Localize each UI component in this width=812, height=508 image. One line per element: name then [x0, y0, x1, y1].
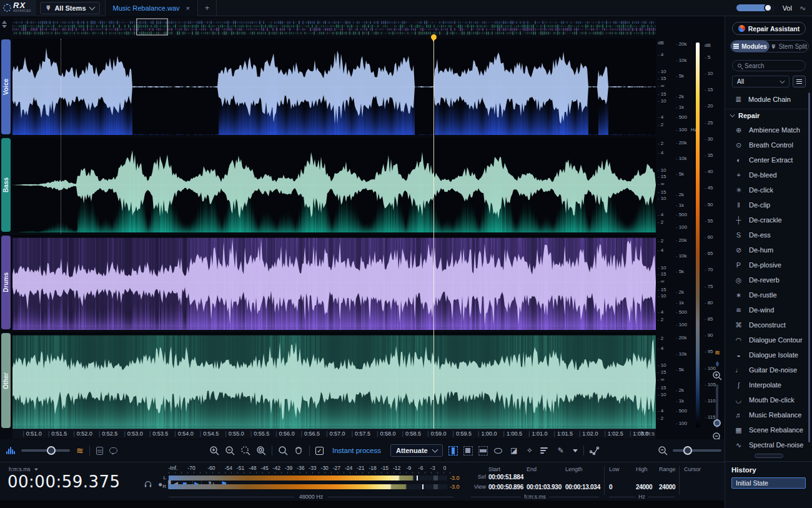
volume-slider[interactable] [736, 4, 775, 11]
zoom-selection-icon[interactable] [240, 446, 250, 456]
stem-tab-label: Drums [2, 272, 9, 292]
instant-process-checkbox[interactable]: ✓ [315, 447, 324, 455]
level-meters[interactable]: -Inf.-70-60-54-51-48-45-42-39-36-33-30-2… [161, 465, 471, 499]
module-chain-item[interactable]: ≣ Module Chain [725, 92, 808, 106]
tool-options-arrow-icon[interactable] [573, 449, 578, 452]
meter-scale-label: -6 [418, 465, 423, 471]
process-mode-dropdown[interactable]: Attenuate [390, 444, 443, 457]
horizontal-zoom-knob[interactable] [683, 446, 692, 455]
waveform-spectrogram-blend-icon[interactable] [6, 447, 15, 454]
stem-tab-bass[interactable]: Bass [1, 138, 11, 232]
meter-right-peak-tick [422, 484, 423, 489]
module-item-music-rebalance[interactable]: ♬Music Rebalance [725, 407, 808, 422]
horizontal-zoom-out-icon[interactable] [658, 446, 668, 456]
module-item-de-click[interactable]: ✳De-click [725, 182, 808, 197]
stem-spectrogram-drums[interactable] [12, 235, 656, 330]
stem-lane-bass[interactable]: Bass [12, 137, 656, 232]
module-list-scrollbar[interactable] [808, 92, 810, 442]
volume-slider-knob[interactable] [764, 4, 772, 12]
stem-lane-voice[interactable]: Voice [12, 39, 656, 135]
module-item-de-reverb[interactable]: ◎De-reverb [725, 272, 808, 287]
module-search[interactable] [732, 60, 806, 71]
zoom-in-icon[interactable] [209, 446, 219, 456]
meter-left-label: L [161, 475, 166, 481]
overview-waveform[interactable] [12, 18, 656, 36]
vertical-zoom-knob[interactable] [713, 419, 721, 427]
new-tab-button[interactable]: + [198, 0, 217, 16]
module-item-scene-rebalance[interactable]: ▦Scene Rebalance [725, 422, 808, 437]
module-item-dialogue-contour[interactable]: ◠Dialogue Contour [725, 332, 808, 347]
stem-tab-other[interactable]: Other [1, 333, 11, 428]
module-item-deconstruct[interactable]: ⌘Deconstruct [725, 317, 808, 332]
pencil-tool[interactable]: ✎ [556, 446, 566, 456]
tab-stem-split[interactable]: ⋔ Stem Split [770, 41, 808, 52]
category-filter-dropdown[interactable]: All [732, 76, 790, 87]
tab-modules[interactable]: Modules [731, 41, 770, 52]
connect-points-icon[interactable] [590, 446, 600, 456]
time-selection-tool[interactable] [448, 446, 458, 456]
module-item-de-ess[interactable]: SDe-ess [725, 227, 808, 242]
stem-tab-voice[interactable]: Voice [1, 39, 11, 134]
instant-process-label[interactable]: Instant process [332, 447, 381, 454]
module-item-ambience-match[interactable]: ⊕Ambience Match [725, 122, 808, 137]
stem-lane-drums[interactable]: Drums [12, 235, 656, 330]
module-item-de-wind[interactable]: ≋De-wind [725, 302, 808, 317]
time-frequency-selection-tool[interactable] [463, 446, 473, 456]
fade-tool[interactable] [540, 446, 550, 456]
overview-expand-handle[interactable] [2, 21, 7, 28]
repair-section-header[interactable]: Repair [725, 109, 808, 121]
horizontal-zoom-slider[interactable] [673, 449, 721, 452]
module-item-interpolate[interactable]: ∫Interpolate [725, 377, 808, 392]
panel-resize-handle[interactable] [755, 454, 783, 458]
legend-db-tick: -60 [705, 234, 713, 239]
module-item-spectral-de-noise[interactable]: ∿Spectral De-noise [725, 437, 808, 452]
vertical-zoom-slider[interactable] [716, 384, 718, 428]
blend-slider-knob[interactable] [47, 446, 56, 455]
amplitude-db-label: -15 [658, 384, 666, 390]
spectrogram-settings-icon[interactable]: ≋ [76, 446, 83, 456]
zoom-all-icon[interactable] [256, 446, 266, 456]
waveform-view-icon[interactable]: ı|ı [716, 361, 718, 367]
blend-slider[interactable] [21, 449, 70, 452]
module-item-de-rustle[interactable]: ∗De-rustle [725, 287, 808, 302]
clipboard-icon[interactable] [96, 447, 103, 455]
spectrogram-view-icon[interactable]: ≋ [715, 349, 720, 357]
monitor-headphones-icon[interactable] [144, 480, 152, 489]
module-item-de-hum[interactable]: ⊘De-hum [725, 242, 808, 257]
timeline-ruler[interactable]: h:m:s |0:51.0|0:51.5|0:52.0|0:52.5|0:53.… [12, 429, 656, 439]
stem-spectrogram-bass[interactable] [12, 137, 656, 232]
file-tab[interactable]: Music Rebalance.wav × [105, 0, 198, 16]
comment-icon[interactable] [109, 447, 117, 454]
list-options-button[interactable] [793, 76, 806, 87]
module-item-de-bleed[interactable]: ⌖De-bleed [725, 167, 808, 182]
stem-spectrogram-other[interactable] [12, 332, 656, 429]
search-input[interactable] [745, 62, 795, 69]
module-item-de-clip[interactable]: ‖De-clip [725, 197, 808, 212]
vertical-zoom-in-icon[interactable] [712, 371, 722, 381]
frequency-selection-tool[interactable] [478, 446, 488, 456]
close-tab-icon[interactable]: × [186, 4, 190, 12]
zoom-out-icon[interactable] [225, 446, 235, 456]
legend-db-tick: -70 [705, 267, 713, 272]
signal-chain-icon[interactable]: ∿ [798, 2, 806, 12]
module-item-mouth-de-click[interactable]: ◡Mouth De-click [725, 392, 808, 407]
lasso-selection-tool[interactable] [493, 446, 503, 456]
module-item-de-crackle[interactable]: ┼De-crackle [725, 212, 808, 227]
magic-wand-tool[interactable]: ✧ [525, 446, 535, 456]
module-item-center-extract[interactable]: ◐Center Extract [725, 152, 808, 167]
stems-selector-dropdown[interactable]: ⋔ All Stems [40, 2, 100, 14]
stem-spectrogram-voice[interactable] [12, 39, 656, 135]
repair-assistant-button[interactable]: Repair Assistant [732, 22, 806, 35]
stem-lane-other[interactable]: Other [12, 332, 656, 429]
selection-info: StartEndLengthLowHighRangeCursorSelView0… [471, 465, 723, 499]
module-item-breath-control[interactable]: ⊙Breath Control [725, 137, 808, 152]
hand-tool-icon[interactable] [294, 446, 304, 456]
brush-selection-tool[interactable]: ◪ [509, 446, 519, 456]
module-item-dialogue-isolate[interactable]: ◒Dialogue Isolate [725, 347, 808, 362]
module-item-guitar-de-noise[interactable]: ♩Guitar De-noise [725, 362, 808, 377]
module-item-de-plosive[interactable]: PDe-plosive [725, 257, 808, 272]
time-format-selector[interactable]: h:m:s.ms [9, 466, 39, 472]
magnifier-tool-icon[interactable] [278, 446, 288, 456]
stem-tab-drums[interactable]: Drums [1, 236, 11, 329]
history-item[interactable]: Initial State [731, 477, 806, 489]
